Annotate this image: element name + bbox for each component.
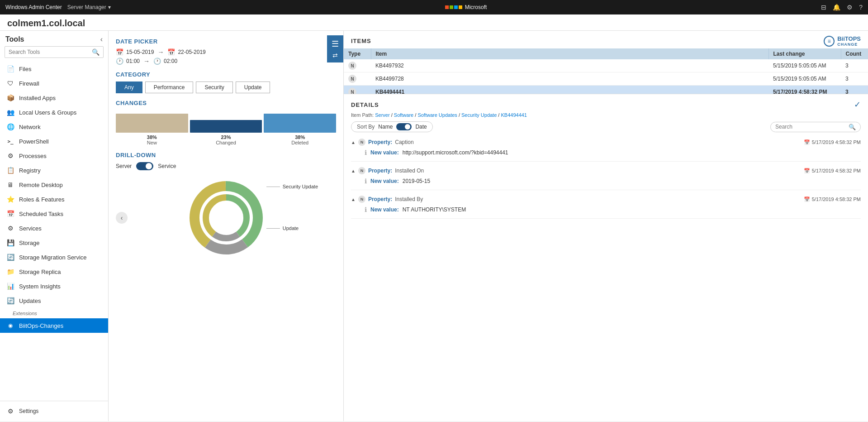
items-section: ITEMS ≡ BiiTOPS CHANGE Type <box>344 31 868 94</box>
sidebar-item-storage-replica[interactable]: 📁 Storage Replica <box>0 264 108 279</box>
start-time-text: 01:00 <box>126 58 140 64</box>
sidebar-item-network[interactable]: 🌐 Network <box>0 120 108 134</box>
terminal-icon[interactable]: ⊟ <box>821 4 826 11</box>
category-btn-update[interactable]: Update <box>236 82 270 93</box>
row3-lastchange: 5/17/2019 4:58:32 PM <box>768 86 841 94</box>
system-insights-icon: 📊 <box>6 282 14 290</box>
sidebar-item-system-insights[interactable]: 📊 System Insights <box>0 279 108 293</box>
end-time-text: 02:00 <box>164 58 177 64</box>
caption-type-badge: N <box>358 139 365 146</box>
panel-tab[interactable]: ☰ ⇄ <box>327 35 343 62</box>
items-table: Type Item Last change Count N <box>344 48 868 94</box>
sort-toggle-switch[interactable] <box>396 123 412 130</box>
sidebar-item-files[interactable]: 📄 Files <box>0 62 108 76</box>
sidebar-item-local-users[interactable]: 👥 Local Users & Groups <box>0 105 108 120</box>
path-kb[interactable]: KB4494441 <box>501 112 527 118</box>
path-security-update[interactable]: Security Update <box>461 112 497 118</box>
sidebar-item-settings[interactable]: ⚙ Settings <box>0 404 108 418</box>
category-btn-performance[interactable]: Performance <box>145 82 194 93</box>
scheduled-tasks-icon: 📅 <box>6 210 14 218</box>
sidebar-item-scheduled-tasks[interactable]: 📅 Scheduled Tasks <box>0 206 108 221</box>
sidebar-item-remote-desktop[interactable]: 🖥 Remote Desktop <box>0 177 108 192</box>
detail-search-input[interactable] <box>775 124 846 130</box>
installed-apps-icon: 📦 <box>6 94 14 102</box>
sidebar-item-firewall[interactable]: 🛡 Firewall <box>0 76 108 91</box>
clock-icon: 🕐 <box>116 58 123 65</box>
installedon-date-text: 5/17/2019 4:58:32 PM <box>812 168 861 173</box>
sidebar-item-label: BiitOps-Changes <box>19 322 63 329</box>
calendar-icon-detail: 📅 <box>804 139 810 145</box>
sidebar-item-label: Settings <box>19 408 38 414</box>
storage-icon: 💾 <box>6 239 14 247</box>
powershell-icon: >_ <box>6 137 14 145</box>
sidebar-item-powershell[interactable]: >_ PowerShell <box>0 134 108 149</box>
table-row[interactable]: N KB4494441 5/17/2019 4:58:32 PM 3 <box>344 86 868 94</box>
settings-gear-icon: ⚙ <box>6 407 14 415</box>
details-header-row: DETAILS ✓ <box>351 100 861 110</box>
installedby-chevron-icon[interactable]: ▲ <box>351 197 356 202</box>
category-btn-security[interactable]: Security <box>196 82 232 93</box>
calendar-icon-detail2: 📅 <box>804 168 810 174</box>
detail-search-field[interactable]: 🔍 <box>770 122 861 132</box>
search-input[interactable] <box>9 49 92 55</box>
sidebar-item-label: Processes <box>19 153 47 159</box>
bar-deleted-lbl: Deleted <box>264 140 336 145</box>
sidebar-item-registry[interactable]: 📋 Registry <box>0 163 108 177</box>
sidebar-item-storage-migration[interactable]: 🔄 Storage Migration Service <box>0 250 108 264</box>
panel-tab-arrow-icon: ⇄ <box>332 52 338 59</box>
sidebar-item-biitops[interactable]: ◉ BiitOps-Changes <box>0 318 108 333</box>
microsoft-logo <box>445 5 462 9</box>
caption-value-text: http://support.microsoft.com/?kbid=44944… <box>403 149 508 156</box>
sidebar-item-installed-apps[interactable]: 📦 Installed Apps <box>0 91 108 105</box>
sidebar-item-label: Local Users & Groups <box>19 109 76 116</box>
detail-row-installedby-header: ▲ N Property: Installed By 📅 5/17/2019 4… <box>351 194 861 205</box>
sort-name-option[interactable]: Name <box>378 124 393 130</box>
items-table-wrapper[interactable]: Type Item Last change Count N <box>344 48 868 94</box>
category-btn-any[interactable]: Any <box>116 82 142 93</box>
chart-left-arrow-button[interactable]: ‹ <box>116 212 128 224</box>
installedon-chevron-icon[interactable]: ▲ <box>351 168 356 173</box>
toggle-knob <box>146 163 152 169</box>
biitops-logo: ≡ BiiTOPS CHANGE <box>824 35 861 47</box>
sort-date-option[interactable]: Date <box>415 124 427 130</box>
detail-group-caption: ▲ N Property: Caption 📅 5/17/2019 4:58:3… <box>351 137 861 162</box>
calendar-icon-2: 📅 <box>167 48 175 56</box>
sidebar-item-label: Installed Apps <box>19 95 56 101</box>
bell-icon[interactable]: 🔔 <box>833 4 840 11</box>
items-title: ITEMS <box>351 38 371 44</box>
path-software-updates[interactable]: Software Updates <box>417 112 457 118</box>
help-icon[interactable]: ? <box>859 4 863 11</box>
table-row[interactable]: N KB4499728 5/15/2019 5:05:05 AM 3 <box>344 72 868 86</box>
end-time-field: 🕐 02:00 <box>153 58 177 65</box>
info-icon-installedon: ℹ <box>365 177 367 185</box>
sidebar-collapse-button[interactable]: ‹ <box>100 35 103 43</box>
sidebar-item-services[interactable]: ⚙ Services <box>0 221 108 235</box>
bar-label-deleted: 38% Deleted <box>264 134 336 145</box>
details-chevron-icon[interactable]: ✓ <box>854 100 861 110</box>
settings-icon[interactable]: ⚙ <box>847 4 853 11</box>
date-picker-row: 📅 15-05-2019 → 📅 22-05-2019 <box>116 48 336 56</box>
server-manager-label: Server Manager <box>67 4 106 10</box>
path-software[interactable]: Software <box>394 112 413 118</box>
sidebar-item-storage[interactable]: 💾 Storage <box>0 235 108 250</box>
caption-chevron-icon[interactable]: ▲ <box>351 140 356 145</box>
calendar-icon: 📅 <box>116 48 123 56</box>
sidebar-item-updates[interactable]: 🔄 Updates <box>0 293 108 308</box>
table-row[interactable]: N KB4497932 5/15/2019 5:05:05 AM 3 <box>344 59 868 72</box>
panel-tab-list-icon: ☰ <box>332 39 339 49</box>
sort-toggle-knob <box>405 124 410 129</box>
bar-label-new: 38% New <box>116 134 188 145</box>
drilldown-chart: ‹ <box>116 175 336 261</box>
path-server[interactable]: Server <box>375 112 389 118</box>
detail-group-installed-on: ▲ N Property: Installed On 📅 5/17/2019 4… <box>351 165 861 190</box>
search-box[interactable]: 🔍 <box>5 46 104 58</box>
topbar-right: ⊟ 🔔 ⚙ ? <box>821 4 863 11</box>
drilldown-title: DRILL-DOWN <box>116 152 336 158</box>
server-title: colmem1.col.local <box>0 14 868 31</box>
server-manager-dropdown[interactable]: Server Manager ▾ <box>67 4 111 10</box>
drilldown-toggle-switch[interactable] <box>136 162 153 170</box>
sidebar-item-processes[interactable]: ⚙ Processes <box>0 149 108 163</box>
detail-row-caption-header: ▲ N Property: Caption 📅 5/17/2019 4:58:3… <box>351 137 861 148</box>
sidebar-scroll[interactable]: 📄 Files 🛡 Firewall 📦 Installed Apps 👥 Lo… <box>0 62 108 401</box>
sidebar-item-roles-features[interactable]: ⭐ Roles & Features <box>0 192 108 206</box>
